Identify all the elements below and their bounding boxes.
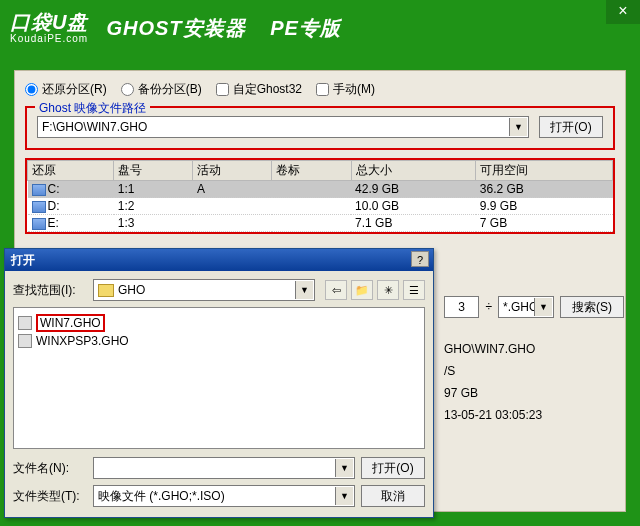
col-active[interactable]: 活动 (193, 161, 272, 181)
ghost-path-value: F:\GHO\WIN7.GHO (42, 120, 147, 134)
dialog-open-button[interactable]: 打开(O) (361, 457, 425, 479)
dialog-toolbar: ⇦ 📁 ✳ ☰ (325, 280, 425, 300)
logo-main: 口袋U盘 (10, 12, 88, 32)
close-button[interactable]: × (606, 0, 640, 24)
logo: 口袋U盘 KoudaiPE.com (10, 12, 88, 44)
dialog-help-button[interactable]: ? (411, 251, 429, 267)
lookin-label: 查找范围(I): (13, 282, 87, 299)
table-row[interactable]: E: 1:3 7.1 GB 7 GB (28, 215, 613, 232)
folder-icon (98, 284, 114, 297)
info-date: 13-05-21 03:05:23 (444, 404, 624, 426)
col-disk[interactable]: 盘号 (114, 161, 193, 181)
drive-icon (32, 184, 46, 196)
up-folder-icon[interactable]: 📁 (351, 280, 373, 300)
partition-table: 还原 盘号 活动 卷标 总大小 可用空间 C: 1:1 A 42.9 GB 36… (25, 158, 615, 234)
chevron-down-icon[interactable]: ▼ (509, 118, 527, 136)
radio-restore[interactable]: 还原分区(R) (25, 81, 107, 98)
drive-icon (32, 218, 46, 230)
ghost-path-group: Ghost 映像文件路径 F:\GHO\WIN7.GHO ▼ 打开(O) (25, 106, 615, 150)
group-legend: Ghost 映像文件路径 (35, 100, 150, 117)
info-vs: /S (444, 360, 624, 382)
new-folder-icon[interactable]: ✳ (377, 280, 399, 300)
ghost-path-combo[interactable]: F:\GHO\WIN7.GHO ▼ (37, 116, 529, 138)
table-row[interactable]: C: 1:1 A 42.9 GB 36.2 GB (28, 181, 613, 198)
file-icon (18, 334, 32, 348)
chevron-down-icon[interactable]: ▼ (295, 281, 313, 299)
view-menu-icon[interactable]: ☰ (403, 280, 425, 300)
side-info: 3 ÷ *.GHO ▼ 搜索(S) GHO\WIN7.GHO /S 97 GB … (444, 296, 624, 426)
filename-label: 文件名(N): (13, 460, 87, 477)
filetype-label: 文件类型(T): (13, 488, 87, 505)
search-button[interactable]: 搜索(S) (560, 296, 624, 318)
file-icon (18, 316, 32, 330)
list-item[interactable]: WINXPSP3.GHO (18, 334, 420, 348)
col-label[interactable]: 卷标 (272, 161, 351, 181)
dialog-cancel-button[interactable]: 取消 (361, 485, 425, 507)
filetype-combo[interactable]: 映像文件 (*.GHO;*.ISO) ▼ (93, 485, 355, 507)
lookin-combo[interactable]: GHO ▼ (93, 279, 315, 301)
app-window: 口袋U盘 KoudaiPE.com GHOST安装器 PE专版 × 还原分区(R… (0, 0, 640, 526)
col-free[interactable]: 可用空间 (476, 161, 613, 181)
col-total[interactable]: 总大小 (351, 161, 476, 181)
logo-sub: KoudaiPE.com (10, 34, 88, 44)
chevron-down-icon[interactable]: ▼ (534, 298, 552, 316)
title-edition: PE专版 (270, 17, 341, 39)
radio-backup[interactable]: 备份分区(B) (121, 81, 202, 98)
info-path: GHO\WIN7.GHO (444, 338, 624, 360)
filter-combo[interactable]: *.GHO ▼ (498, 296, 554, 318)
file-list[interactable]: WIN7.GHO WINXPSP3.GHO (13, 307, 425, 449)
titlebar: 口袋U盘 KoudaiPE.com GHOST安装器 PE专版 × (0, 0, 640, 56)
table-header-row: 还原 盘号 活动 卷标 总大小 可用空间 (28, 161, 613, 181)
dialog-title: 打开 (11, 252, 35, 269)
info-size: 97 GB (444, 382, 624, 404)
filename-input[interactable]: ▼ (93, 457, 355, 479)
chevron-down-icon[interactable]: ▼ (335, 459, 353, 477)
check-manual[interactable]: 手动(M) (316, 81, 375, 98)
col-restore[interactable]: 还原 (28, 161, 114, 181)
open-button[interactable]: 打开(O) (539, 116, 603, 138)
title-main: GHOST安装器 (106, 17, 245, 39)
chevron-down-icon[interactable]: ▼ (335, 487, 353, 505)
back-icon[interactable]: ⇦ (325, 280, 347, 300)
check-custom-ghost[interactable]: 自定Ghost32 (216, 81, 302, 98)
app-title: GHOST安装器 PE专版 (106, 15, 340, 42)
index-input[interactable]: 3 (444, 296, 479, 318)
drive-icon (32, 201, 46, 213)
open-dialog: 打开 ? 查找范围(I): GHO ▼ ⇦ 📁 ✳ ☰ (4, 248, 434, 518)
divider-icon: ÷ (485, 300, 492, 314)
list-item[interactable]: WIN7.GHO (18, 314, 420, 332)
table-row[interactable]: D: 1:2 10.0 GB 9.9 GB (28, 198, 613, 215)
dialog-titlebar: 打开 ? (5, 249, 433, 271)
